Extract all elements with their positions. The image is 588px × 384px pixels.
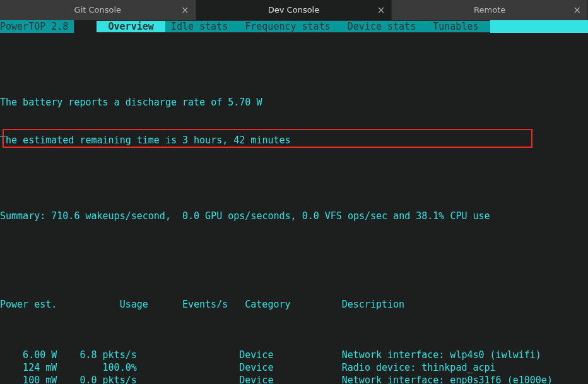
window-tab-bar: Git Console×Dev Console×Remote× [0, 0, 588, 20]
powertop-tab[interactable]: Frequency stats [239, 21, 342, 32]
col-category: Category [245, 298, 296, 311]
cell-usage: 6.8 pkts/s [57, 349, 136, 361]
cell-category: Device [239, 374, 290, 384]
window-tab-label: Remote [474, 4, 505, 16]
close-icon[interactable]: × [181, 4, 189, 16]
window-tab-label: Git Console [74, 4, 122, 16]
col-events: Events/s [148, 298, 228, 311]
process-table: 6.00 W 6.8 pkts/s DeviceNetwork interfac… [0, 349, 588, 384]
cell-events [137, 349, 194, 361]
tab-bar-filler [490, 20, 588, 33]
window-tab[interactable]: Dev Console× [196, 0, 392, 20]
cell-power: 124 mW [0, 361, 57, 374]
cell-events [137, 374, 194, 384]
gap [291, 374, 342, 384]
gap [194, 349, 239, 361]
window-tab[interactable]: Remote× [392, 0, 588, 20]
table-row: 100 mW 0.0 pkts/s DeviceNetwork interfac… [0, 374, 588, 384]
table-row: 6.00 W 6.8 pkts/s DeviceNetwork interfac… [0, 349, 588, 361]
cell-power: 6.00 W [0, 349, 57, 361]
cell-description: Network interface: enp0s31f6 (e1000e) [342, 374, 588, 384]
gap [291, 349, 342, 361]
column-header-row: Power est. Usage Events/s Category Descr… [0, 298, 588, 311]
col-usage: Usage [62, 298, 148, 311]
window-tab-label: Dev Console [268, 4, 319, 16]
powertop-tab[interactable]: Overview [97, 21, 165, 32]
powertop-title: PowerTOP 2.8 [0, 20, 74, 33]
cell-events [137, 361, 194, 374]
cell-category: Device [239, 361, 290, 374]
powertop-tab[interactable]: Idle stats [165, 21, 239, 32]
gap [291, 361, 342, 374]
gap [74, 20, 97, 33]
cell-description: Network interface: wlp4s0 (iwlwifi) [342, 349, 588, 361]
col-power: Power est. [0, 298, 62, 311]
powertop-tab[interactable]: Tunables [427, 21, 490, 32]
powertop-tab-bar: PowerTOP 2.8 Overview Idle stats Frequen… [0, 20, 588, 33]
table-row: 124 mW 100.0% DeviceRadio device: thinkp… [0, 361, 588, 374]
cell-power: 100 mW [0, 374, 57, 384]
window-tab[interactable]: Git Console× [0, 0, 196, 20]
powertop-tab[interactable]: Device stats [342, 21, 427, 32]
terminal-body: The battery reports a discharge rate of … [0, 33, 588, 384]
cell-usage: 100.0% [57, 361, 136, 374]
close-icon[interactable]: × [377, 4, 385, 16]
cell-usage: 0.0 pkts/s [57, 374, 136, 384]
gap [194, 361, 239, 374]
cell-category: Device [239, 349, 290, 361]
cell-description: Radio device: thinkpad_acpi [342, 361, 588, 374]
gap [194, 374, 239, 384]
battery-time-line: The estimated remaining time is 3 hours,… [0, 134, 588, 147]
summary-line: Summary: 710.6 wakeups/second, 0.0 GPU o… [0, 210, 588, 222]
col-description: Description [342, 298, 404, 311]
battery-rate-line: The battery reports a discharge rate of … [0, 96, 588, 109]
close-icon[interactable]: × [573, 4, 581, 16]
